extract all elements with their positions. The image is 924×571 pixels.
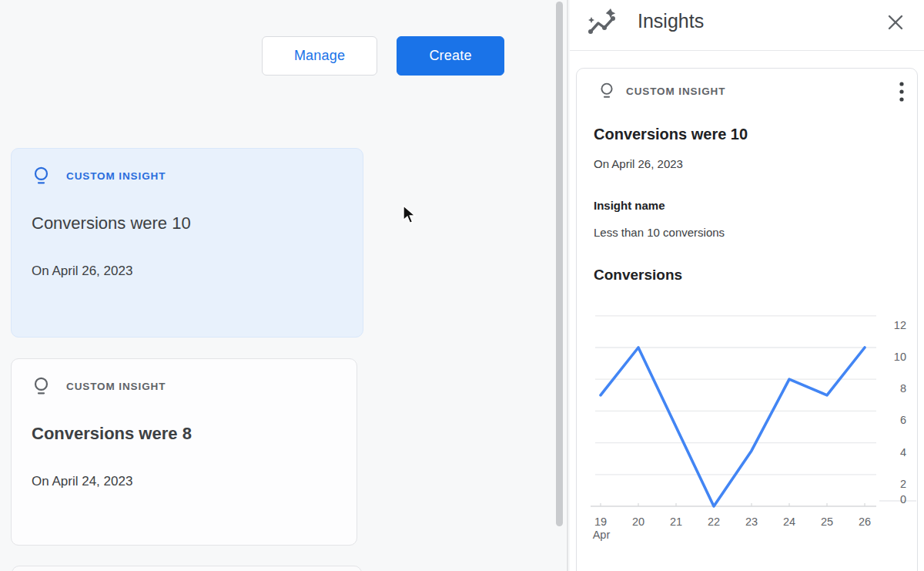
insight-card-date: On April 26, 2023 (32, 264, 132, 279)
svg-text:24: 24 (783, 516, 795, 528)
insight-card-conversions-10[interactable]: CUSTOM INSIGHT Conversions were 10 On Ap… (11, 148, 363, 338)
custom-insight-badge: CUSTOM INSIGHT (66, 170, 166, 182)
svg-text:19: 19 (594, 516, 607, 528)
insight-card-title: Conversions were 10 (32, 213, 191, 233)
insights-icon (585, 7, 621, 39)
custom-insight-badge-row: CUSTOM INSIGHT (32, 376, 166, 397)
panel-title: Insights (638, 10, 704, 32)
close-icon (886, 12, 906, 32)
svg-text:0: 0 (900, 493, 906, 506)
insight-detail-date: On April 26, 2023 (594, 157, 683, 170)
svg-text:4: 4 (900, 446, 906, 458)
metric-heading: Conversions (594, 267, 682, 284)
insights-panel-header: Insights (570, 0, 924, 50)
panel-divider-line (567, 0, 568, 571)
insight-card-date: On April 24, 2023 (32, 474, 132, 489)
close-panel-button[interactable] (882, 9, 909, 35)
insight-card-title: Conversions were 8 (32, 424, 192, 444)
custom-insight-badge: CUSTOM INSIGHT (66, 381, 166, 392)
custom-insight-badge: CUSTOM INSIGHT (626, 86, 725, 97)
svg-text:12: 12 (894, 319, 906, 331)
svg-text:2: 2 (900, 478, 906, 490)
svg-text:8: 8 (900, 382, 906, 395)
lightbulb-icon (598, 82, 615, 100)
left-list-scrollbar[interactable] (556, 2, 563, 526)
manage-button[interactable]: Manage (262, 36, 377, 76)
lightbulb-icon (32, 376, 51, 397)
lightbulb-icon (32, 166, 51, 186)
mouse-cursor (402, 205, 419, 225)
svg-text:26: 26 (859, 516, 871, 528)
svg-text:6: 6 (900, 414, 906, 426)
custom-insight-badge-row: CUSTOM INSIGHT (598, 82, 725, 100)
svg-text:23: 23 (745, 516, 758, 528)
analytics-insights-screen: Manage Create CUSTOM INSIGHT Conversions… (0, 0, 924, 571)
conversions-line-chart: 1210864201920212223242526Apr (570, 301, 924, 549)
create-button[interactable]: Create (397, 36, 504, 76)
insights-panel: Insights CUSTOM INSIGHT (570, 0, 924, 571)
insight-name-label: Insight name (594, 199, 665, 212)
svg-text:21: 21 (670, 516, 682, 528)
insight-detail-title: Conversions were 10 (594, 126, 748, 143)
svg-text:20: 20 (632, 516, 644, 528)
insight-card-partial[interactable] (12, 566, 362, 571)
svg-text:22: 22 (708, 516, 720, 528)
custom-insight-badge-row: CUSTOM INSIGHT (32, 166, 166, 186)
svg-text:Apr: Apr (593, 529, 611, 541)
insight-name-value: Less than 10 conversions (594, 226, 725, 239)
insight-card-conversions-8[interactable]: CUSTOM INSIGHT Conversions were 8 On Apr… (11, 358, 357, 546)
svg-text:10: 10 (894, 351, 906, 363)
insight-options-button[interactable] (889, 78, 914, 106)
panel-header-divider (570, 50, 924, 51)
svg-text:25: 25 (821, 516, 833, 528)
kebab-menu-icon (899, 81, 904, 102)
